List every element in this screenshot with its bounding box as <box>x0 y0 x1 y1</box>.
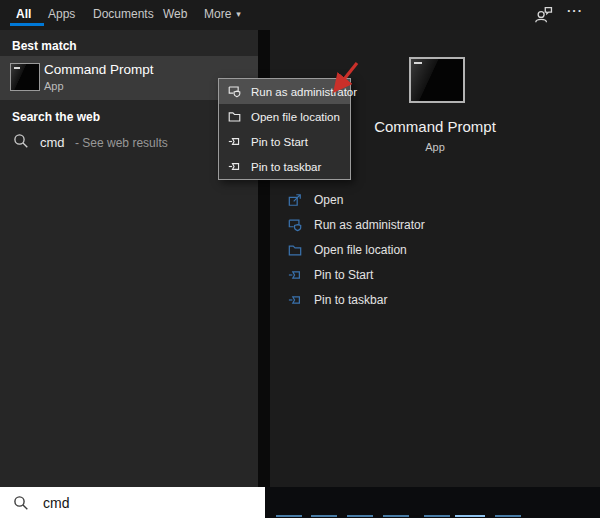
taskbar-running-indicator <box>311 515 337 517</box>
open-icon <box>288 193 302 207</box>
pin-icon <box>228 135 241 148</box>
more-options-icon[interactable]: ··· <box>567 3 583 18</box>
context-menu-pin-to-taskbar[interactable]: Pin to taskbar <box>219 154 350 179</box>
folder-icon <box>228 110 241 123</box>
context-menu-item-label: Open file location <box>251 111 340 123</box>
chevron-down-icon: ▾ <box>236 9 241 19</box>
tab-all[interactable]: All <box>16 7 31 21</box>
action-open[interactable]: Open <box>288 191 343 209</box>
context-menu: Run as administrator Open file location … <box>218 78 351 180</box>
context-menu-item-label: Pin to taskbar <box>251 161 321 173</box>
taskbar: Ps ⚙ <box>265 487 600 518</box>
taskbar-running-indicator <box>424 515 450 517</box>
pin-icon <box>288 293 302 307</box>
best-match-subtitle: App <box>44 80 64 92</box>
active-tab-underline <box>10 23 44 26</box>
taskbar-running-indicator <box>383 515 409 517</box>
action-open-file-location-label: Open file location <box>314 243 407 257</box>
tab-apps-label: Apps <box>48 7 75 21</box>
action-run-as-administrator[interactable]: Run as administrator <box>288 216 425 234</box>
command-prompt-icon <box>10 63 40 91</box>
context-menu-item-label: Run as administrator <box>251 86 357 98</box>
context-menu-pin-to-start[interactable]: Pin to Start <box>219 129 350 154</box>
best-match-header: Best match <box>12 39 77 53</box>
tab-all-label: All <box>16 7 31 21</box>
tab-documents-label: Documents <box>93 7 154 21</box>
taskbar-running-indicator <box>347 515 373 517</box>
pin-icon <box>228 160 241 173</box>
tab-documents[interactable]: Documents <box>93 7 154 21</box>
action-run-as-administrator-label: Run as administrator <box>314 218 425 232</box>
search-icon <box>13 133 29 149</box>
taskbar-running-indicator <box>276 515 302 517</box>
context-menu-run-as-administrator[interactable]: Run as administrator <box>219 79 350 104</box>
command-prompt-large-icon <box>409 57 465 103</box>
action-open-file-location[interactable]: Open file location <box>288 241 407 259</box>
context-menu-open-file-location[interactable]: Open file location <box>219 104 350 129</box>
folder-icon <box>288 243 302 257</box>
pin-icon <box>288 268 302 282</box>
action-open-label: Open <box>314 193 343 207</box>
taskbar-active-indicator <box>455 515 485 517</box>
taskbar-search-box[interactable] <box>0 487 265 518</box>
search-filter-tabs: All Apps Documents Web More▾ ··· <box>0 0 600 30</box>
action-pin-to-start-label: Pin to Start <box>314 268 373 282</box>
user-feedback-icon[interactable] <box>534 5 553 24</box>
tab-more-label: More <box>204 7 231 21</box>
tab-more[interactable]: More▾ <box>204 7 241 21</box>
best-match-title: Command Prompt <box>44 62 154 77</box>
action-pin-to-taskbar[interactable]: Pin to taskbar <box>288 291 387 309</box>
action-pin-to-taskbar-label: Pin to taskbar <box>314 293 387 307</box>
web-result-suffix: - See web results <box>75 136 168 150</box>
context-menu-item-label: Pin to Start <box>251 136 308 148</box>
search-input[interactable] <box>41 494 235 512</box>
run-as-administrator-icon <box>288 218 302 232</box>
taskbar-running-indicator <box>495 515 521 517</box>
run-as-administrator-icon <box>228 85 241 98</box>
search-icon <box>13 495 29 511</box>
web-result-query: cmd <box>40 135 65 150</box>
tab-web[interactable]: Web <box>163 7 187 21</box>
tab-web-label: Web <box>163 7 187 21</box>
search-the-web-header: Search the web <box>12 110 100 124</box>
tab-apps[interactable]: Apps <box>48 7 75 21</box>
action-pin-to-start[interactable]: Pin to Start <box>288 266 373 284</box>
windows-search-flyout: All Apps Documents Web More▾ ··· Best ma… <box>0 0 600 518</box>
